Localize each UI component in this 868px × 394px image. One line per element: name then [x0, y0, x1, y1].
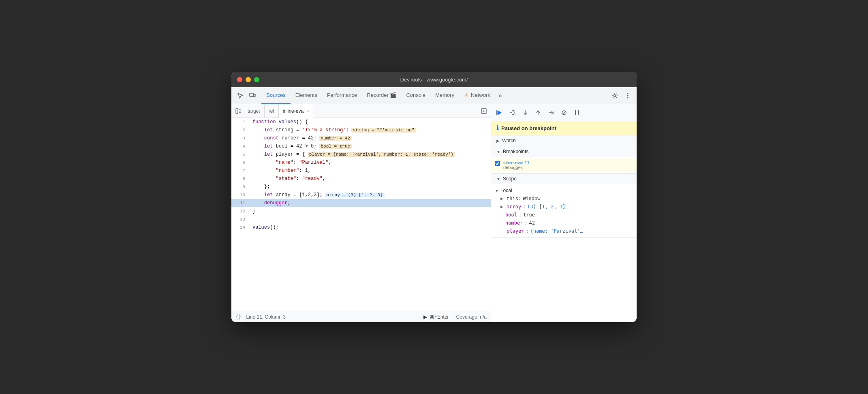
minimize-button[interactable]	[246, 77, 251, 82]
devtools-body: target ref inline-eval ×	[231, 104, 637, 322]
devtools-tabbar: Sources Elements Performance Recorder 🎬 …	[231, 87, 637, 104]
array-key: array	[507, 204, 521, 210]
tab-performance[interactable]: Performance	[322, 87, 362, 104]
code-line-11: 11 debugger;	[231, 199, 491, 207]
more-options-button[interactable]	[622, 90, 633, 101]
svg-rect-17	[578, 110, 579, 115]
breakpoints-section: ▼ Breakpoints inline-eval:11 debugger;	[491, 146, 637, 173]
pause-on-exceptions-button[interactable]	[571, 107, 583, 119]
code-line-10: 10 let array = [1,2,3];array = (3) [1, 2…	[231, 191, 491, 199]
network-warning-icon: ⚠	[464, 92, 469, 98]
scope-player[interactable]: ▶ player: {name: 'Parzival'…	[491, 227, 637, 235]
tab-elements[interactable]: Elements	[291, 87, 322, 104]
number-key: number	[505, 220, 523, 226]
settings-button[interactable]	[609, 90, 620, 101]
titlebar: DevTools - www.google.com/	[231, 72, 637, 87]
deactivate-breakpoints-button[interactable]	[558, 107, 570, 119]
breakpoints-label: Breakpoints	[503, 149, 528, 154]
tab-console-label: Console	[406, 92, 425, 98]
settings-area	[609, 90, 633, 101]
tab-recorder-label: Recorder 🎬	[367, 92, 396, 98]
svg-rect-9	[496, 110, 498, 115]
svg-line-15	[562, 111, 566, 114]
code-editor[interactable]: 1 function values() { 2 let string = 'I\…	[231, 118, 491, 311]
step-button[interactable]	[545, 107, 557, 119]
watch-triangle: ▶	[496, 139, 500, 143]
svg-point-4	[627, 95, 629, 96]
tab-network[interactable]: ⚠ Network	[459, 87, 495, 104]
number-value: 42	[529, 220, 535, 226]
code-line-14: 14 values();	[231, 223, 491, 231]
breakpoints-section-header[interactable]: ▼ Breakpoints	[491, 146, 637, 157]
code-line-5: 5 let player = {player = {name: 'Parziva…	[231, 150, 491, 158]
tab-sources[interactable]: Sources	[261, 87, 291, 104]
code-line-8: 8 "state": "ready",	[231, 175, 491, 183]
navigator-toggle[interactable]	[233, 106, 244, 116]
svg-point-5	[627, 97, 629, 98]
sources-panel: target ref inline-eval ×	[231, 104, 491, 322]
scope-array[interactable]: ▶ array: (3) [1, 2, 3]	[491, 203, 637, 211]
scope-local-header[interactable]: ▼ Local	[491, 186, 637, 195]
this-key: this:	[507, 196, 521, 201]
file-tab-target-label: target	[248, 108, 260, 114]
watch-section-header[interactable]: ▶ Watch	[491, 135, 637, 146]
tab-elements-label: Elements	[295, 92, 317, 98]
tab-recorder[interactable]: Recorder 🎬	[362, 87, 401, 104]
breakpoint-detail: inline-eval:11 debugger;	[503, 160, 530, 170]
local-triangle: ▼	[495, 188, 499, 193]
step-over-button[interactable]	[506, 107, 518, 119]
breakpoint-banner: ℹ Paused on breakpoint	[491, 121, 637, 135]
svg-rect-1	[254, 94, 255, 96]
code-line-2: 2 let string = 'I\'m a string';string = …	[231, 126, 491, 134]
device-toggle-button[interactable]	[247, 90, 258, 101]
breakpoint-file: inline-eval:11	[503, 160, 530, 165]
breakpoint-code: debugger;	[503, 165, 530, 170]
player-value: {name: 'Parzival'…	[530, 228, 583, 234]
scope-section: ▼ Scope ▼ Local ▶ this: Win	[491, 173, 637, 238]
svg-rect-6	[236, 109, 238, 113]
file-tab-inline-eval[interactable]: inline-eval ×	[279, 104, 314, 118]
scope-triangle: ▼	[496, 177, 500, 181]
scope-body: ▼ Local ▶ this: Window ▶ array:	[491, 184, 637, 238]
devtools-icon-buttons	[235, 90, 258, 101]
more-tabs-button[interactable]: »	[495, 92, 505, 99]
cursor-position: Line 11, Column 3	[246, 314, 285, 320]
inspect-element-button[interactable]	[235, 90, 246, 101]
scope-section-header[interactable]: ▼ Scope	[491, 173, 637, 184]
file-tabs-bar: target ref inline-eval ×	[231, 104, 491, 118]
code-line-4: 4 let bool = 42 > 0;bool = true	[231, 142, 491, 150]
coverage-label: Coverage: n/a	[456, 314, 487, 320]
close-button[interactable]	[237, 77, 242, 82]
source-action-button[interactable]	[479, 106, 489, 116]
scope-this[interactable]: ▶ this: Window	[491, 195, 637, 203]
watch-label: Watch	[502, 138, 516, 143]
step-out-button[interactable]	[532, 107, 544, 119]
info-icon: ℹ	[496, 124, 499, 132]
format-button[interactable]: {}	[235, 314, 241, 320]
file-tab-inline-eval-label: inline-eval	[283, 108, 305, 114]
code-line-6: 6 "name": "Parzival",	[231, 158, 491, 167]
svg-rect-0	[250, 93, 254, 96]
tab-network-label: Network	[471, 92, 490, 98]
code-line-1: 1 function values() {	[231, 118, 491, 126]
tab-memory[interactable]: Memory	[430, 87, 459, 104]
scope-label: Scope	[503, 176, 517, 182]
file-tab-target[interactable]: target	[244, 104, 265, 118]
status-bar: {} Line 11, Column 3 ▶ ⌘+Enter Coverage:…	[231, 311, 491, 322]
svg-marker-8	[498, 110, 502, 115]
tab-console[interactable]: Console	[401, 87, 430, 104]
maximize-button[interactable]	[254, 77, 259, 82]
scope-local-label: Local	[500, 188, 512, 193]
file-tab-ref[interactable]: ref	[265, 104, 279, 118]
this-triangle: ▶	[500, 197, 503, 201]
run-area: ▶ ⌘+Enter Coverage: n/a	[423, 314, 487, 320]
close-inline-eval-tab[interactable]: ×	[307, 109, 310, 113]
tab-memory-label: Memory	[435, 92, 454, 98]
traffic-lights	[237, 77, 259, 82]
array-value: (3) [1, 2, 3]	[527, 204, 565, 210]
breakpoint-checkbox[interactable]	[495, 161, 500, 166]
resume-button[interactable]	[493, 107, 505, 119]
breakpoint-message: Paused on breakpoint	[501, 125, 556, 131]
scope-bool: bool: true	[491, 211, 637, 219]
step-into-button[interactable]	[519, 107, 531, 119]
